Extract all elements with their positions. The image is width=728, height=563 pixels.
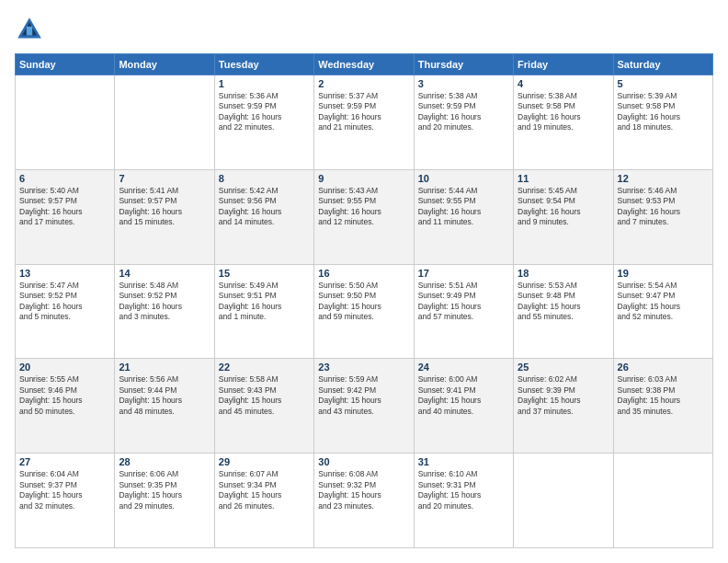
day-info: Sunrise: 5:59 AM Sunset: 9:42 PM Dayligh… [318,374,409,417]
day-info: Sunrise: 5:38 AM Sunset: 9:58 PM Dayligh… [518,91,609,133]
day-info: Sunrise: 5:54 AM Sunset: 9:47 PM Dayligh… [618,281,709,323]
calendar-cell: 19Sunrise: 5:54 AM Sunset: 9:47 PM Dayli… [613,264,712,359]
calendar-cell: 10Sunrise: 5:44 AM Sunset: 9:55 PM Dayli… [414,169,513,264]
calendar-cell: 7Sunrise: 5:41 AM Sunset: 9:57 PM Daylig… [115,169,214,264]
day-number: 21 [119,362,210,373]
calendar-cell: 26Sunrise: 6:03 AM Sunset: 9:38 PM Dayli… [613,359,712,454]
calendar-cell: 12Sunrise: 5:46 AM Sunset: 9:53 PM Dayli… [613,169,712,264]
day-number: 16 [318,268,409,279]
day-info: Sunrise: 5:53 AM Sunset: 9:48 PM Dayligh… [518,281,609,323]
day-info: Sunrise: 5:46 AM Sunset: 9:53 PM Dayligh… [618,186,709,228]
day-info: Sunrise: 6:07 AM Sunset: 9:34 PM Dayligh… [219,469,310,511]
day-number: 1 [219,78,310,89]
calendar-cell: 9Sunrise: 5:43 AM Sunset: 9:55 PM Daylig… [314,169,414,264]
day-info: Sunrise: 5:49 AM Sunset: 9:51 PM Dayligh… [219,281,310,323]
day-number: 14 [119,268,210,279]
calendar-cell [115,75,214,170]
day-info: Sunrise: 5:43 AM Sunset: 9:55 PM Dayligh… [318,186,409,228]
calendar-cell: 28Sunrise: 6:06 AM Sunset: 9:35 PM Dayli… [115,454,214,548]
day-number: 22 [219,362,310,373]
day-number: 31 [418,456,509,467]
day-number: 19 [618,268,709,279]
calendar-cell: 29Sunrise: 6:07 AM Sunset: 9:34 PM Dayli… [214,454,313,548]
calendar-cell: 27Sunrise: 6:04 AM Sunset: 9:37 PM Dayli… [16,454,115,548]
day-number: 27 [19,456,110,467]
day-info: Sunrise: 5:58 AM Sunset: 9:43 PM Dayligh… [219,374,310,417]
svg-rect-2 [27,27,32,36]
calendar-cell: 21Sunrise: 5:56 AM Sunset: 9:44 PM Dayli… [115,359,214,454]
calendar-cell: 20Sunrise: 5:55 AM Sunset: 9:46 PM Dayli… [16,359,115,454]
day-number: 24 [418,362,509,373]
weekday-header-monday: Monday [115,54,214,75]
day-number: 20 [19,362,110,373]
calendar-cell: 30Sunrise: 6:08 AM Sunset: 9:32 PM Dayli… [314,454,414,548]
day-number: 11 [518,173,609,184]
day-info: Sunrise: 5:38 AM Sunset: 9:59 PM Dayligh… [418,91,509,133]
weekday-header-saturday: Saturday [613,54,712,75]
header [15,15,713,44]
day-number: 9 [318,173,409,184]
day-info: Sunrise: 6:00 AM Sunset: 9:41 PM Dayligh… [418,374,509,417]
day-number: 2 [318,78,409,89]
calendar-cell: 31Sunrise: 6:10 AM Sunset: 9:31 PM Dayli… [414,454,513,548]
day-number: 26 [618,362,709,373]
day-info: Sunrise: 5:51 AM Sunset: 9:49 PM Dayligh… [418,281,509,323]
day-number: 12 [618,173,709,184]
calendar-cell: 3Sunrise: 5:38 AM Sunset: 9:59 PM Daylig… [414,75,513,170]
calendar-cell: 25Sunrise: 6:02 AM Sunset: 9:39 PM Dayli… [514,359,613,454]
day-info: Sunrise: 6:04 AM Sunset: 9:37 PM Dayligh… [19,469,110,511]
day-number: 23 [318,362,409,373]
day-number: 7 [119,173,210,184]
calendar-cell: 22Sunrise: 5:58 AM Sunset: 9:43 PM Dayli… [214,359,313,454]
day-info: Sunrise: 6:02 AM Sunset: 9:39 PM Dayligh… [518,374,609,417]
day-info: Sunrise: 5:41 AM Sunset: 9:57 PM Dayligh… [119,186,210,228]
calendar-cell [514,454,613,548]
day-info: Sunrise: 5:55 AM Sunset: 9:46 PM Dayligh… [19,374,110,417]
day-number: 6 [19,173,110,184]
day-number: 17 [418,268,509,279]
day-info: Sunrise: 5:56 AM Sunset: 9:44 PM Dayligh… [119,374,210,417]
calendar-cell [613,454,712,548]
day-number: 25 [518,362,609,373]
calendar-week-5: 27Sunrise: 6:04 AM Sunset: 9:37 PM Dayli… [16,454,713,548]
calendar-cell: 17Sunrise: 5:51 AM Sunset: 9:49 PM Dayli… [414,264,513,359]
calendar-cell: 1Sunrise: 5:36 AM Sunset: 9:59 PM Daylig… [214,75,313,170]
calendar-cell: 16Sunrise: 5:50 AM Sunset: 9:50 PM Dayli… [314,264,414,359]
day-number: 8 [219,173,310,184]
logo [15,15,48,44]
calendar-cell [16,75,115,170]
calendar-week-1: 1Sunrise: 5:36 AM Sunset: 9:59 PM Daylig… [16,75,713,170]
day-number: 10 [418,173,509,184]
day-number: 18 [518,268,609,279]
day-number: 15 [219,268,310,279]
day-number: 30 [318,456,409,467]
day-info: Sunrise: 5:36 AM Sunset: 9:59 PM Dayligh… [219,91,310,133]
day-info: Sunrise: 6:08 AM Sunset: 9:32 PM Dayligh… [318,469,409,511]
day-info: Sunrise: 5:47 AM Sunset: 9:52 PM Dayligh… [19,281,110,323]
calendar-week-4: 20Sunrise: 5:55 AM Sunset: 9:46 PM Dayli… [16,359,713,454]
day-number: 4 [518,78,609,89]
weekday-header-tuesday: Tuesday [214,54,313,75]
calendar-week-3: 13Sunrise: 5:47 AM Sunset: 9:52 PM Dayli… [16,264,713,359]
day-info: Sunrise: 5:45 AM Sunset: 9:54 PM Dayligh… [518,186,609,228]
weekday-header-row: SundayMondayTuesdayWednesdayThursdayFrid… [16,54,713,75]
calendar-cell: 14Sunrise: 5:48 AM Sunset: 9:52 PM Dayli… [115,264,214,359]
calendar-cell: 6Sunrise: 5:40 AM Sunset: 9:57 PM Daylig… [16,169,115,264]
day-number: 28 [119,456,210,467]
day-info: Sunrise: 5:50 AM Sunset: 9:50 PM Dayligh… [318,281,409,323]
logo-icon [15,15,44,44]
day-info: Sunrise: 5:37 AM Sunset: 9:59 PM Dayligh… [318,91,409,133]
day-info: Sunrise: 6:03 AM Sunset: 9:38 PM Dayligh… [618,374,709,417]
day-info: Sunrise: 5:40 AM Sunset: 9:57 PM Dayligh… [19,186,110,228]
calendar-cell: 24Sunrise: 6:00 AM Sunset: 9:41 PM Dayli… [414,359,513,454]
weekday-header-thursday: Thursday [414,54,513,75]
calendar-cell: 5Sunrise: 5:39 AM Sunset: 9:58 PM Daylig… [613,75,712,170]
calendar-cell: 8Sunrise: 5:42 AM Sunset: 9:56 PM Daylig… [214,169,313,264]
calendar-table: SundayMondayTuesdayWednesdayThursdayFrid… [15,53,713,548]
calendar-cell: 23Sunrise: 5:59 AM Sunset: 9:42 PM Dayli… [314,359,414,454]
calendar-cell: 18Sunrise: 5:53 AM Sunset: 9:48 PM Dayli… [514,264,613,359]
calendar-cell: 15Sunrise: 5:49 AM Sunset: 9:51 PM Dayli… [214,264,313,359]
day-number: 13 [19,268,110,279]
day-info: Sunrise: 6:06 AM Sunset: 9:35 PM Dayligh… [119,469,210,511]
day-number: 5 [618,78,709,89]
